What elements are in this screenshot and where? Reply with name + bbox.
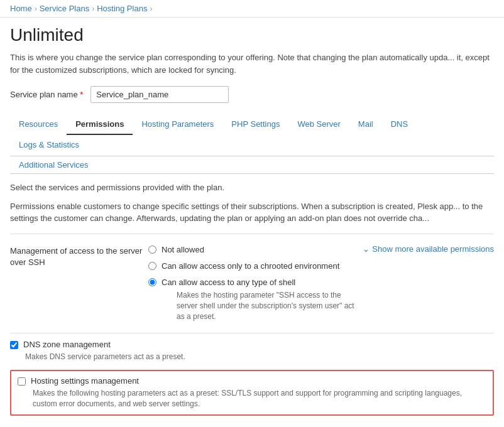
tabs: Resources Permissions Hosting Parameters… xyxy=(10,114,494,156)
breadcrumb-sep-2: › xyxy=(92,4,94,13)
show-more-permissions-label: Show more available permissions xyxy=(372,244,494,254)
breadcrumb-sep-3: › xyxy=(150,4,152,13)
service-plan-name-input[interactable] xyxy=(90,86,229,103)
hosting-settings-sublabel: Makes the following hosting parameters a… xyxy=(33,388,486,409)
page-title: Unlimited xyxy=(10,25,494,45)
dns-zone-sublabel: Makes DNS service parameters act as a pr… xyxy=(25,352,494,362)
permissions-desc1: Select the services and permissions prov… xyxy=(10,181,494,194)
tab-permissions[interactable]: Permissions xyxy=(67,114,133,135)
hosting-settings-row: Hosting settings management xyxy=(18,376,486,386)
breadcrumb-sep-1: › xyxy=(35,4,37,13)
breadcrumb-home[interactable]: Home xyxy=(10,4,32,13)
hosting-settings-checkbox[interactable] xyxy=(18,377,26,386)
dns-zone-group: DNS zone management Makes DNS service pa… xyxy=(10,340,494,362)
dns-zone-row: DNS zone management xyxy=(10,340,494,349)
chevron-down-icon: ⌄ xyxy=(363,244,370,254)
tab-resources[interactable]: Resources xyxy=(10,114,67,135)
service-plan-name-label: Service plan name * xyxy=(10,90,83,99)
ssh-any-shell-sublabel: Makes the hosting parameter "SSH access … xyxy=(177,290,363,322)
ssh-access-label-col: Management of access to the server over … xyxy=(10,244,148,327)
tab-mail[interactable]: Mail xyxy=(349,114,382,135)
hosting-settings-highlighted-box: Hosting settings management Makes the fo… xyxy=(10,370,494,416)
ssh-any-shell-label: Can allow access to any type of shell xyxy=(162,278,295,287)
dns-zone-checkbox[interactable] xyxy=(10,341,18,349)
breadcrumb-service-plans[interactable]: Service Plans xyxy=(40,4,89,13)
ssh-not-allowed-radio[interactable] xyxy=(148,246,156,254)
tab-hosting-parameters[interactable]: Hosting Parameters xyxy=(133,114,222,135)
dns-zone-label: DNS zone management xyxy=(23,340,111,349)
tab-web-server[interactable]: Web Server xyxy=(288,114,349,135)
ssh-chrooted-option: Can allow access only to a chrooted envi… xyxy=(148,261,363,272)
required-marker: * xyxy=(80,90,83,99)
show-more-permissions-link[interactable]: ⌄ Show more available permissions xyxy=(363,244,494,254)
page-description: This is where you change the service pla… xyxy=(10,51,494,76)
ssh-access-section: Management of access to the server over … xyxy=(10,244,494,327)
tab-logs-statistics[interactable]: Logs & Statistics xyxy=(10,135,88,156)
ssh-chrooted-radio[interactable] xyxy=(148,262,156,270)
hosting-settings-label: Hosting settings management xyxy=(31,376,139,386)
breadcrumb: Home › Service Plans › Hosting Plans › xyxy=(10,4,494,13)
breadcrumb-hosting-plans[interactable]: Hosting Plans xyxy=(97,4,147,13)
ssh-access-options: Not allowed Can allow access only to a c… xyxy=(148,244,494,327)
ssh-any-shell-radio[interactable] xyxy=(148,278,156,286)
service-plan-name-row: Service plan name * xyxy=(10,86,494,103)
divider-1 xyxy=(10,333,494,333)
subtabs: Additional Services xyxy=(10,156,494,174)
ssh-access-label: Management of access to the server over … xyxy=(10,246,142,267)
subtab-additional-services[interactable]: Additional Services xyxy=(10,156,97,173)
tab-dns[interactable]: DNS xyxy=(382,114,417,135)
ssh-chrooted-label: Can allow access only to a chrooted envi… xyxy=(162,261,339,272)
ssh-not-allowed-label: Not allowed xyxy=(162,244,204,256)
ssh-not-allowed-option: Not allowed xyxy=(148,244,363,256)
top-bar: Home › Service Plans › Hosting Plans › xyxy=(0,0,504,18)
permissions-desc2: Permissions enable customers to change s… xyxy=(10,200,494,234)
tab-php-settings[interactable]: PHP Settings xyxy=(222,114,288,135)
ssh-any-shell-option: Can allow access to any type of shell Ma… xyxy=(148,277,363,322)
main-content: Unlimited This is where you change the s… xyxy=(0,18,504,423)
